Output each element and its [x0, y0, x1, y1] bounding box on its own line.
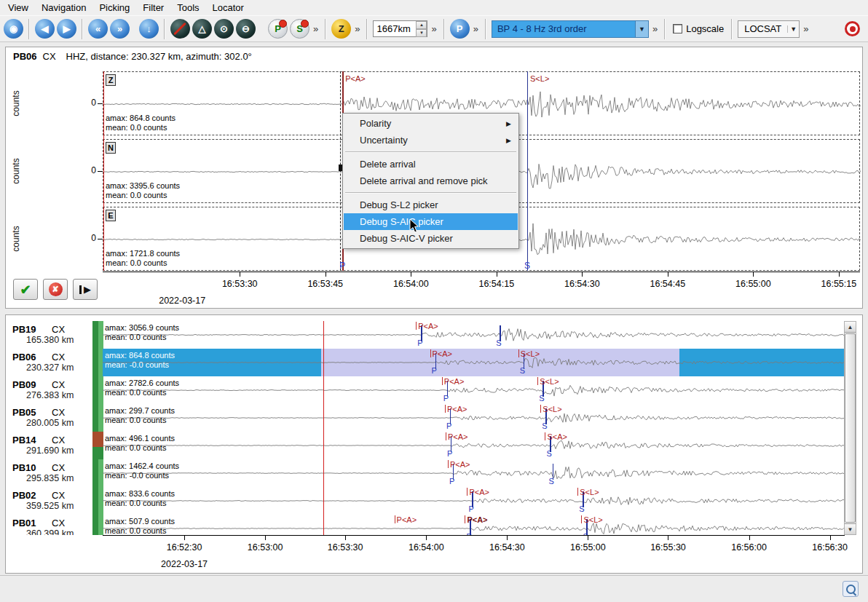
- previous-trace-button[interactable]: ◀: [35, 19, 55, 39]
- accept-button[interactable]: ✔: [13, 279, 38, 300]
- picker-time-axis: 16:53:3016:53:4516:54:0016:54:1516:54:30…: [103, 272, 860, 308]
- waveform-cell[interactable]: amax: 507.9 countsmean: 0.0 countsPP<A>S…: [103, 515, 845, 535]
- pick-letter: S: [520, 366, 525, 375]
- trace-row-pb14[interactable]: PB14CX291.690 kmamax: 496.1 countsmean: …: [6, 432, 845, 459]
- overflow-chevron[interactable]: »: [473, 23, 478, 34]
- trace-row-pb01[interactable]: PB01CX360.399 kmamax: 507.9 countsmean: …: [6, 515, 845, 535]
- station-code: PB06: [12, 352, 36, 363]
- menu-locator[interactable]: Locator: [206, 1, 250, 15]
- menu-filter[interactable]: Filter: [136, 1, 170, 15]
- logscale-checkbox[interactable]: Logscale: [673, 23, 724, 34]
- distance-input[interactable]: [374, 21, 416, 36]
- network-code: CX: [52, 379, 65, 390]
- waveform: [103, 349, 845, 376]
- trace-row-pb05[interactable]: PB05CX280.005 kmamax: 299.7 countsmean: …: [6, 404, 845, 432]
- phase-s-icon: S: [296, 23, 303, 34]
- context-item-delete-arrival-and-remove-pick[interactable]: Delete arrival and remove pick: [344, 173, 518, 189]
- p-filter-button[interactable]: P: [450, 19, 470, 39]
- combo-arrow-icon[interactable]: ▼: [635, 21, 648, 37]
- spin-down-icon[interactable]: ▼: [416, 29, 427, 37]
- pick-mode-2-button[interactable]: ⊖: [236, 19, 256, 39]
- pick-mode-1-button[interactable]: ⊙: [214, 19, 234, 39]
- scroll-thumb[interactable]: [845, 333, 856, 523]
- waveform-cell[interactable]: amax: 3056.9 countsmean: 0.0 countsPP<A>…: [103, 321, 845, 349]
- station-distance: 230.327 km: [26, 363, 74, 373]
- combo-arrow-icon[interactable]: ▼: [787, 25, 799, 33]
- overflow-chevron[interactable]: »: [431, 23, 436, 34]
- waveform-cell[interactable]: amax: 2782.6 countsmean: 0.0 countsPP<A>…: [103, 376, 845, 404]
- last-trace-button[interactable]: »: [110, 19, 130, 39]
- station-distance: 280.005 km: [26, 418, 74, 428]
- pick-s-button[interactable]: S: [290, 19, 309, 39]
- toolbar-separator: [443, 19, 445, 39]
- cross-icon: ✘: [49, 282, 63, 296]
- pick-label-tick: [416, 322, 417, 330]
- overflow-chevron[interactable]: »: [313, 23, 318, 34]
- amax-label: amax: 496.1 counts: [105, 434, 175, 443]
- toolbar-separator: [366, 19, 368, 39]
- context-item-polarity[interactable]: Polarity▶: [344, 115, 518, 132]
- component-badge: N: [106, 142, 116, 154]
- context-item-label: Delete arrival and remove pick: [360, 175, 488, 186]
- reject-button[interactable]: ✘: [43, 279, 68, 300]
- component-z-button[interactable]: Z: [331, 19, 351, 39]
- waveform-cell[interactable]: amax: 833.6 countsmean: 0.0 countsPP<A>S…: [103, 487, 845, 515]
- pick-uncertainty-button[interactable]: △: [192, 19, 212, 39]
- waveform-cell[interactable]: amax: 1462.4 countsmean: -0.0 countsPP<A…: [103, 459, 845, 487]
- waveform-cell[interactable]: amax: 299.7 countsmean: 0.0 countsPP<A>S…: [103, 404, 845, 432]
- menu-separator: [345, 151, 516, 153]
- menu-view[interactable]: View: [1, 1, 35, 15]
- pick-letter: P: [468, 504, 473, 513]
- trace-row-pb06[interactable]: PB06CX230.327 kmamax: 864.8 countsmean: …: [6, 349, 845, 376]
- pick-label-tick: [577, 488, 578, 496]
- axis-tick: [426, 536, 427, 540]
- context-item-debug-s-aic-picker[interactable]: Debug S-AIC picker: [344, 213, 518, 230]
- context-item-debug-s-aic-v-picker[interactable]: Debug S-AIC-V picker: [344, 230, 518, 247]
- origin-target-icon[interactable]: [845, 21, 860, 36]
- y-axis-label: counts: [11, 90, 21, 116]
- waveform: [103, 321, 845, 349]
- menu-tools[interactable]: Tools: [170, 1, 205, 15]
- next-station-button[interactable]: ▶: [73, 279, 98, 300]
- trace-row-pb19[interactable]: PB19CX165.380 kmamax: 3056.9 countsmean:…: [6, 321, 845, 349]
- menu-picking[interactable]: Picking: [92, 1, 136, 15]
- vertical-scrollbar[interactable]: ▲ ▼: [844, 321, 856, 535]
- overflow-chevron[interactable]: »: [355, 23, 360, 34]
- context-item-delete-arrival[interactable]: Delete arrival: [344, 156, 518, 173]
- axis-tick: [265, 536, 266, 540]
- checkbox-icon[interactable]: [673, 24, 682, 33]
- waveform-cell[interactable]: amax: 496.1 countsmean: 0.0 countsPP<A>S…: [103, 432, 845, 459]
- spin-up-icon[interactable]: ▲: [416, 21, 427, 29]
- distance-spinbox[interactable]: ▲ ▼: [373, 20, 427, 37]
- scroll-down-button[interactable]: ▼: [845, 523, 856, 534]
- pick-label-tick: [581, 515, 582, 523]
- spin-buttons[interactable]: ▲ ▼: [416, 21, 427, 36]
- waveform-cell[interactable]: amax: 864.8 countsmean: -0.0 countsPP<A>…: [103, 349, 845, 376]
- scroll-up-button[interactable]: ▲: [845, 322, 856, 333]
- filter-select[interactable]: BP 4 - 8 Hz 3rd order ▼: [492, 20, 649, 38]
- pick-disable-button[interactable]: [170, 19, 190, 39]
- locator-select[interactable]: LOCSAT ▼: [738, 20, 800, 38]
- pick-letter: S: [583, 532, 588, 535]
- toolbar-separator: [664, 19, 666, 39]
- network-code: CX: [52, 435, 65, 445]
- station-code: PB10: [12, 462, 36, 473]
- waveform: [103, 459, 845, 487]
- context-item-uncertainty[interactable]: Uncertainty▶: [344, 132, 518, 148]
- context-item-debug-s-l2-picker[interactable]: Debug S-L2 picker: [344, 197, 518, 213]
- next-trace-button[interactable]: ▶: [57, 19, 76, 39]
- overflow-chevron[interactable]: »: [652, 23, 658, 34]
- first-trace-button[interactable]: «: [88, 19, 108, 39]
- trace-row-pb10[interactable]: PB10CX295.835 kmamax: 1462.4 countsmean:…: [6, 459, 845, 487]
- align-button[interactable]: ↓: [139, 19, 159, 39]
- trace-row-pb09[interactable]: PB09CX276.383 kmamax: 2782.6 countsmean:…: [6, 376, 845, 404]
- trace-row-pb02[interactable]: PB02CX359.525 kmamax: 833.6 countsmean: …: [6, 487, 845, 515]
- pick-label: S<L>: [542, 405, 561, 413]
- pick-label-tick: [467, 488, 467, 496]
- overview-button[interactable]: ◉: [4, 19, 23, 39]
- overflow-chevron[interactable]: »: [803, 23, 808, 34]
- status-tool-icon[interactable]: [843, 581, 859, 597]
- menu-navigation[interactable]: Navigation: [35, 1, 92, 15]
- pick-p-button[interactable]: P: [268, 19, 288, 39]
- picker-network: CX: [43, 51, 56, 62]
